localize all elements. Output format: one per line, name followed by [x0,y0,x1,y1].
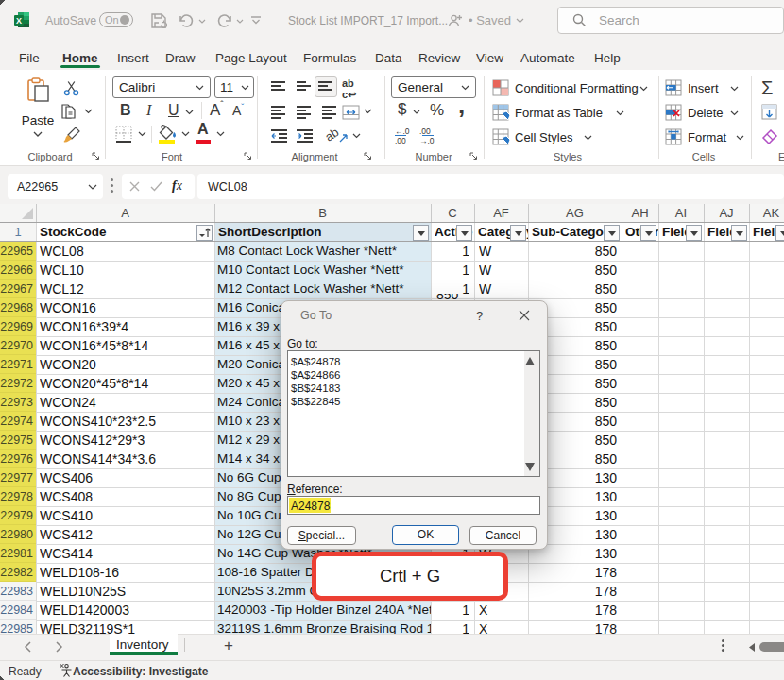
svg-text:.00: .00 [419,127,431,136]
svg-text:.00: .00 [395,136,406,145]
svg-text:←.0: ←.0 [395,127,410,136]
svg-text:→.0: →.0 [419,136,435,145]
svg-text:X: X [16,16,22,26]
